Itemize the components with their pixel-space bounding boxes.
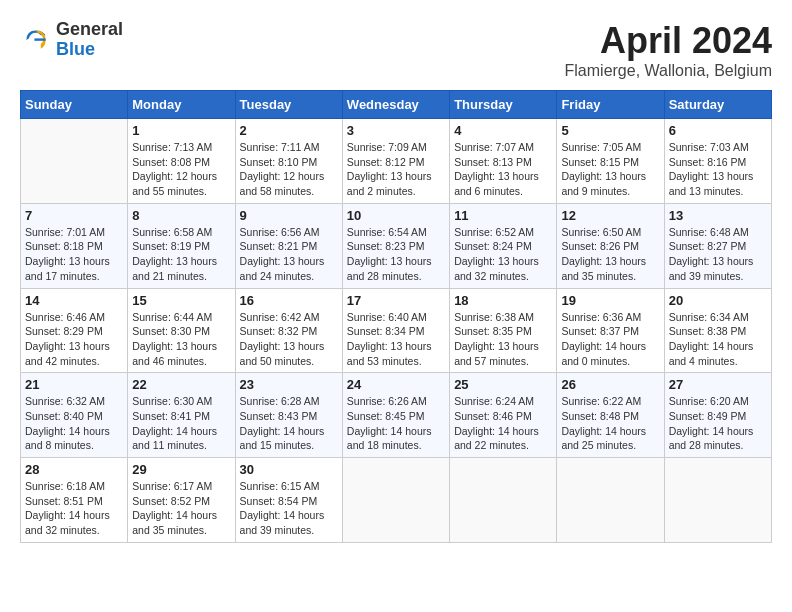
day-number: 23 xyxy=(240,377,338,392)
day-info: Sunrise: 6:50 AM Sunset: 8:26 PM Dayligh… xyxy=(561,225,659,284)
calendar-day-cell: 15Sunrise: 6:44 AM Sunset: 8:30 PM Dayli… xyxy=(128,288,235,373)
calendar-week-row: 28Sunrise: 6:18 AM Sunset: 8:51 PM Dayli… xyxy=(21,458,772,543)
day-number: 15 xyxy=(132,293,230,308)
calendar-day-cell: 1Sunrise: 7:13 AM Sunset: 8:08 PM Daylig… xyxy=(128,119,235,204)
page-header: General Blue April 2024 Flamierge, Wallo… xyxy=(20,20,772,80)
day-info: Sunrise: 6:24 AM Sunset: 8:46 PM Dayligh… xyxy=(454,394,552,453)
logo-text: General Blue xyxy=(56,20,123,60)
day-info: Sunrise: 6:56 AM Sunset: 8:21 PM Dayligh… xyxy=(240,225,338,284)
calendar-day-cell: 10Sunrise: 6:54 AM Sunset: 8:23 PM Dayli… xyxy=(342,203,449,288)
calendar-day-cell: 26Sunrise: 6:22 AM Sunset: 8:48 PM Dayli… xyxy=(557,373,664,458)
day-info: Sunrise: 6:28 AM Sunset: 8:43 PM Dayligh… xyxy=(240,394,338,453)
calendar-day-cell xyxy=(664,458,771,543)
day-info: Sunrise: 6:32 AM Sunset: 8:40 PM Dayligh… xyxy=(25,394,123,453)
calendar-day-cell: 28Sunrise: 6:18 AM Sunset: 8:51 PM Dayli… xyxy=(21,458,128,543)
calendar-day-cell: 21Sunrise: 6:32 AM Sunset: 8:40 PM Dayli… xyxy=(21,373,128,458)
calendar-week-row: 7Sunrise: 7:01 AM Sunset: 8:18 PM Daylig… xyxy=(21,203,772,288)
day-number: 22 xyxy=(132,377,230,392)
day-info: Sunrise: 7:03 AM Sunset: 8:16 PM Dayligh… xyxy=(669,140,767,199)
title-block: April 2024 Flamierge, Wallonia, Belgium xyxy=(565,20,772,80)
weekday-wednesday: Wednesday xyxy=(342,91,449,119)
location: Flamierge, Wallonia, Belgium xyxy=(565,62,772,80)
day-number: 3 xyxy=(347,123,445,138)
day-info: Sunrise: 6:22 AM Sunset: 8:48 PM Dayligh… xyxy=(561,394,659,453)
day-info: Sunrise: 6:48 AM Sunset: 8:27 PM Dayligh… xyxy=(669,225,767,284)
day-info: Sunrise: 7:11 AM Sunset: 8:10 PM Dayligh… xyxy=(240,140,338,199)
calendar-day-cell: 20Sunrise: 6:34 AM Sunset: 8:38 PM Dayli… xyxy=(664,288,771,373)
day-number: 10 xyxy=(347,208,445,223)
day-number: 2 xyxy=(240,123,338,138)
day-info: Sunrise: 6:30 AM Sunset: 8:41 PM Dayligh… xyxy=(132,394,230,453)
day-number: 28 xyxy=(25,462,123,477)
day-number: 9 xyxy=(240,208,338,223)
day-info: Sunrise: 6:54 AM Sunset: 8:23 PM Dayligh… xyxy=(347,225,445,284)
logo-general-text: General xyxy=(56,20,123,40)
day-info: Sunrise: 6:40 AM Sunset: 8:34 PM Dayligh… xyxy=(347,310,445,369)
calendar-day-cell: 25Sunrise: 6:24 AM Sunset: 8:46 PM Dayli… xyxy=(450,373,557,458)
day-number: 7 xyxy=(25,208,123,223)
calendar-day-cell: 11Sunrise: 6:52 AM Sunset: 8:24 PM Dayli… xyxy=(450,203,557,288)
weekday-thursday: Thursday xyxy=(450,91,557,119)
day-info: Sunrise: 6:38 AM Sunset: 8:35 PM Dayligh… xyxy=(454,310,552,369)
calendar-day-cell: 3Sunrise: 7:09 AM Sunset: 8:12 PM Daylig… xyxy=(342,119,449,204)
day-info: Sunrise: 7:05 AM Sunset: 8:15 PM Dayligh… xyxy=(561,140,659,199)
day-info: Sunrise: 6:52 AM Sunset: 8:24 PM Dayligh… xyxy=(454,225,552,284)
calendar-week-row: 1Sunrise: 7:13 AM Sunset: 8:08 PM Daylig… xyxy=(21,119,772,204)
day-number: 26 xyxy=(561,377,659,392)
calendar-day-cell xyxy=(450,458,557,543)
calendar-day-cell: 14Sunrise: 6:46 AM Sunset: 8:29 PM Dayli… xyxy=(21,288,128,373)
day-number: 25 xyxy=(454,377,552,392)
weekday-friday: Friday xyxy=(557,91,664,119)
day-number: 17 xyxy=(347,293,445,308)
day-info: Sunrise: 6:46 AM Sunset: 8:29 PM Dayligh… xyxy=(25,310,123,369)
day-info: Sunrise: 7:07 AM Sunset: 8:13 PM Dayligh… xyxy=(454,140,552,199)
calendar-week-row: 21Sunrise: 6:32 AM Sunset: 8:40 PM Dayli… xyxy=(21,373,772,458)
day-info: Sunrise: 6:44 AM Sunset: 8:30 PM Dayligh… xyxy=(132,310,230,369)
day-info: Sunrise: 6:26 AM Sunset: 8:45 PM Dayligh… xyxy=(347,394,445,453)
day-number: 4 xyxy=(454,123,552,138)
day-number: 18 xyxy=(454,293,552,308)
day-info: Sunrise: 6:15 AM Sunset: 8:54 PM Dayligh… xyxy=(240,479,338,538)
day-number: 27 xyxy=(669,377,767,392)
day-info: Sunrise: 7:13 AM Sunset: 8:08 PM Dayligh… xyxy=(132,140,230,199)
calendar-day-cell: 30Sunrise: 6:15 AM Sunset: 8:54 PM Dayli… xyxy=(235,458,342,543)
weekday-tuesday: Tuesday xyxy=(235,91,342,119)
calendar-header: SundayMondayTuesdayWednesdayThursdayFrid… xyxy=(21,91,772,119)
weekday-row: SundayMondayTuesdayWednesdayThursdayFrid… xyxy=(21,91,772,119)
calendar-day-cell xyxy=(342,458,449,543)
day-info: Sunrise: 6:20 AM Sunset: 8:49 PM Dayligh… xyxy=(669,394,767,453)
day-number: 20 xyxy=(669,293,767,308)
day-info: Sunrise: 7:09 AM Sunset: 8:12 PM Dayligh… xyxy=(347,140,445,199)
day-number: 29 xyxy=(132,462,230,477)
calendar-body: 1Sunrise: 7:13 AM Sunset: 8:08 PM Daylig… xyxy=(21,119,772,543)
day-info: Sunrise: 7:01 AM Sunset: 8:18 PM Dayligh… xyxy=(25,225,123,284)
calendar-day-cell: 7Sunrise: 7:01 AM Sunset: 8:18 PM Daylig… xyxy=(21,203,128,288)
day-number: 6 xyxy=(669,123,767,138)
day-number: 19 xyxy=(561,293,659,308)
logo-blue-text: Blue xyxy=(56,40,123,60)
day-info: Sunrise: 6:18 AM Sunset: 8:51 PM Dayligh… xyxy=(25,479,123,538)
calendar-day-cell: 9Sunrise: 6:56 AM Sunset: 8:21 PM Daylig… xyxy=(235,203,342,288)
svg-rect-0 xyxy=(34,38,45,40)
day-number: 11 xyxy=(454,208,552,223)
day-info: Sunrise: 6:17 AM Sunset: 8:52 PM Dayligh… xyxy=(132,479,230,538)
day-info: Sunrise: 6:36 AM Sunset: 8:37 PM Dayligh… xyxy=(561,310,659,369)
day-number: 24 xyxy=(347,377,445,392)
weekday-monday: Monday xyxy=(128,91,235,119)
logo-icon xyxy=(20,24,52,56)
calendar-day-cell: 27Sunrise: 6:20 AM Sunset: 8:49 PM Dayli… xyxy=(664,373,771,458)
weekday-sunday: Sunday xyxy=(21,91,128,119)
calendar-day-cell xyxy=(21,119,128,204)
calendar-day-cell: 4Sunrise: 7:07 AM Sunset: 8:13 PM Daylig… xyxy=(450,119,557,204)
logo: General Blue xyxy=(20,20,123,60)
calendar-day-cell: 23Sunrise: 6:28 AM Sunset: 8:43 PM Dayli… xyxy=(235,373,342,458)
day-number: 1 xyxy=(132,123,230,138)
month-title: April 2024 xyxy=(565,20,772,62)
calendar-day-cell: 24Sunrise: 6:26 AM Sunset: 8:45 PM Dayli… xyxy=(342,373,449,458)
calendar-day-cell: 19Sunrise: 6:36 AM Sunset: 8:37 PM Dayli… xyxy=(557,288,664,373)
calendar-day-cell: 18Sunrise: 6:38 AM Sunset: 8:35 PM Dayli… xyxy=(450,288,557,373)
day-number: 16 xyxy=(240,293,338,308)
day-info: Sunrise: 6:58 AM Sunset: 8:19 PM Dayligh… xyxy=(132,225,230,284)
day-number: 21 xyxy=(25,377,123,392)
calendar-day-cell: 17Sunrise: 6:40 AM Sunset: 8:34 PM Dayli… xyxy=(342,288,449,373)
